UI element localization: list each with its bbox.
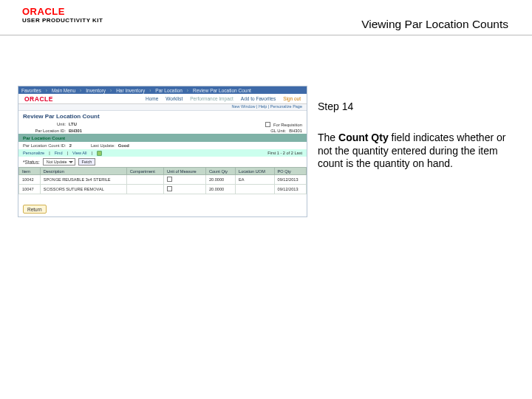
pager-text[interactable]: First 1 - 2 of 2 Last <box>267 151 302 155</box>
detail-label: Par Location Count ID: <box>23 143 66 148</box>
kv-label: Par Location ID: <box>23 129 69 133</box>
for-requisition-checkbox[interactable] <box>265 122 270 127</box>
col-poqty[interactable]: PO Qty <box>274 168 306 175</box>
personalize-link[interactable]: Personalize <box>23 151 44 155</box>
app-header: ORACLE Home Worklist Performance Impact … <box>18 94 307 104</box>
kv-extra-v: BH301 <box>289 129 302 133</box>
detail-label: Last Update: <box>91 143 115 148</box>
cell-poqty: 09/12/2013 <box>274 175 306 185</box>
page-title: Viewing Par Location Counts <box>361 18 508 31</box>
fetch-button[interactable]: Fetch <box>78 158 96 166</box>
return-button[interactable]: Return <box>23 205 47 214</box>
col-desc[interactable]: Description <box>40 168 126 175</box>
breadcrumb-item[interactable]: Inventory <box>86 88 106 93</box>
kv-label: Unit: <box>23 122 69 127</box>
inner-page-title: Review Par Location Count <box>18 111 307 121</box>
detail-value: Good <box>118 143 129 148</box>
col-countqty[interactable]: Count Qty <box>205 168 235 175</box>
status-select[interactable]: Not Update <box>43 158 75 166</box>
cell-item: 10042 <box>19 175 41 185</box>
header-links: Home Worklist Performance Impact Add to … <box>146 96 307 101</box>
step-body: The Count Qty field indicates whether or… <box>318 132 514 171</box>
status-row: *Status: Not Update Fetch <box>18 157 307 167</box>
cell-luom: EA <box>236 175 275 185</box>
table-row: 10042 SPONGE REUSABLE 3x4 STERILE 20.000… <box>19 175 307 185</box>
detail-row: Par Location Count ID:2 Last Update:Good <box>18 142 307 149</box>
detail-value: 2 <box>69 143 72 148</box>
breadcrumb-item[interactable]: Har Inventory <box>116 88 145 93</box>
cell-desc: SPONGE REUSABLE 3x4 STERILE <box>40 175 126 185</box>
step-body-prefix: The <box>318 132 338 143</box>
uom-checkbox[interactable] <box>167 186 172 191</box>
col-comp[interactable]: Compartment <box>126 168 163 175</box>
page-header: ORACLE USER PRODUCTIVITY KIT Viewing Par… <box>0 0 532 35</box>
thumb-footer: Return <box>18 194 307 216</box>
cell-poqty: 09/12/2013 <box>274 185 306 194</box>
signout-link[interactable]: Sign out <box>283 96 301 101</box>
cell-uom <box>164 175 206 185</box>
cell-qty: 20.0000 <box>205 185 235 194</box>
app-screenshot-thumbnail: Favorites› Main Menu› Inventory› Har Inv… <box>18 86 307 217</box>
col-item[interactable]: Item <box>19 168 41 175</box>
upk-logo: ORACLE USER PRODUCTIVITY KIT <box>22 6 103 24</box>
step-number: Step 14 <box>318 100 514 112</box>
perf-link[interactable]: Performance Impact <box>190 96 233 101</box>
find-link[interactable]: Find <box>55 151 63 155</box>
col-luom[interactable]: Location UOM <box>236 168 275 175</box>
breadcrumb-item[interactable]: Par Location <box>155 88 183 93</box>
uom-checkbox[interactable] <box>167 177 172 182</box>
grid-toolbar: Personalize | Find | View All | First 1 … <box>18 149 307 157</box>
app-brand: ORACLE <box>18 95 59 103</box>
brand-sub: USER PRODUCTIVITY KIT <box>22 17 103 24</box>
breadcrumb-item[interactable]: Favorites <box>21 88 41 93</box>
util-bar: New Window | Help | Personalize Page <box>18 104 307 111</box>
util-links[interactable]: New Window | Help | Personalize Page <box>232 104 303 109</box>
col-uom[interactable]: Unit of Measure <box>164 168 206 175</box>
viewall-link[interactable]: View All <box>72 151 87 155</box>
breadcrumb-bar: Favorites› Main Menu› Inventory› Har Inv… <box>18 86 307 94</box>
count-grid: Item Description Compartment Unit of Mea… <box>18 167 307 194</box>
cell-luom <box>236 185 275 194</box>
cell-comp <box>126 185 163 194</box>
status-label: *Status: <box>23 160 40 165</box>
breadcrumb-item[interactable]: Review Par Location Count <box>193 88 251 93</box>
cell-uom <box>164 185 206 194</box>
svg-rect-0 <box>98 151 102 155</box>
kv-extra-k: GL Unit: <box>270 129 286 133</box>
kv-row: Par Location ID: BH301 GL Unit: BH301 <box>18 128 307 134</box>
step-panel: Step 14 The Count Qty field indicates wh… <box>318 100 514 171</box>
home-link[interactable]: Home <box>146 96 158 101</box>
breadcrumb-item[interactable]: Main Menu <box>52 88 75 93</box>
table-row: 10047 SCISSORS SUTURE REMOVAL 20.0000 09… <box>19 185 307 194</box>
kv-value: LTU <box>69 122 77 127</box>
cell-comp <box>126 175 163 185</box>
step-body-bold: Count Qty <box>338 132 389 143</box>
cell-qty: 20.0000 <box>205 175 235 185</box>
section-header: Par Location Count <box>18 134 307 142</box>
worklist-link[interactable]: Worklist <box>166 96 183 101</box>
kv-aux-label: For Requisition <box>273 123 302 127</box>
cell-desc: SCISSORS SUTURE REMOVAL <box>40 185 126 194</box>
cell-item: 10047 <box>19 185 41 194</box>
download-icon[interactable] <box>97 151 102 156</box>
kv-row: Unit: LTU For Requisition <box>18 121 307 128</box>
kv-value: BH301 <box>69 129 82 133</box>
fav-link[interactable]: Add to Favorites <box>241 96 276 101</box>
brand-text: ORACLE <box>22 6 103 17</box>
